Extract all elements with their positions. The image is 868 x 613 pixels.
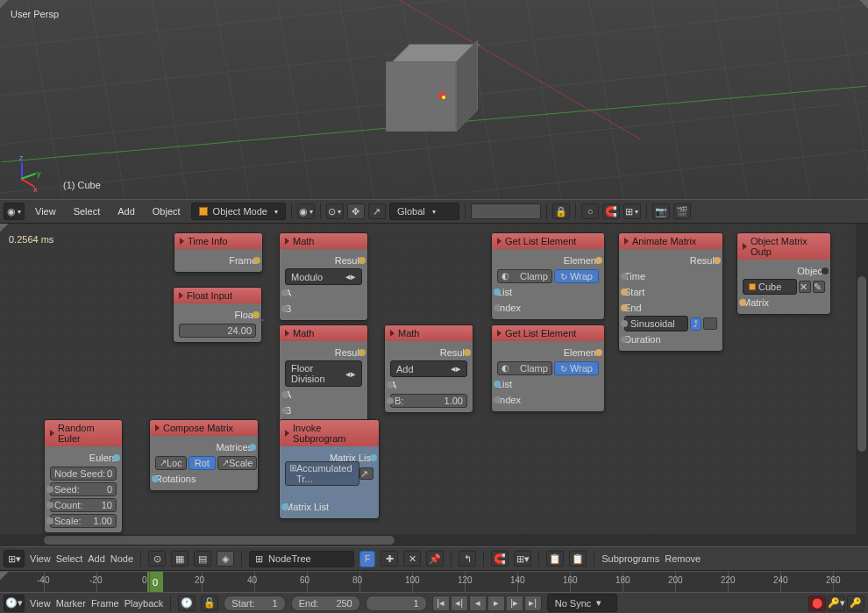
editor-type-selector[interactable]: ⊞▾ bbox=[4, 550, 25, 567]
tree-type-shader[interactable]: ⊙ bbox=[148, 551, 166, 567]
jump-to-end-button[interactable]: ▸| bbox=[524, 595, 542, 611]
editor-type-selector[interactable]: 🕐▾ bbox=[4, 595, 25, 612]
menu-view[interactable]: View bbox=[30, 598, 51, 609]
math-operation-dropdown[interactable]: Modulo◂▸ bbox=[285, 268, 362, 285]
tree-type-compositing[interactable]: ▦ bbox=[171, 551, 189, 567]
node-math-add[interactable]: Math Result Add◂▸ A B:1.00 bbox=[384, 324, 473, 413]
timeline-ruler[interactable]: 0 -40-2002040608010012014016018020022024… bbox=[0, 572, 868, 592]
current-frame-field[interactable]: 1 bbox=[366, 595, 427, 611]
viewport-3d[interactable]: User Persp z y x (1) Cube bbox=[0, 0, 868, 199]
start-frame-field[interactable]: Start:1 bbox=[224, 595, 285, 611]
opengl-render-button[interactable]: 📷 bbox=[652, 203, 670, 219]
jump-to-start-button[interactable]: |◂ bbox=[432, 595, 450, 611]
lock-time-toggle[interactable]: 🔓 bbox=[201, 595, 218, 611]
keyframe-prev-button[interactable]: ◂| bbox=[451, 595, 468, 611]
orientation-dropdown[interactable]: Global▾ bbox=[389, 203, 459, 220]
easing-button[interactable]: ⤴ bbox=[690, 317, 701, 331]
interpolation-dropdown[interactable]: Sinusoidal bbox=[624, 316, 688, 331]
menu-playback[interactable]: Playback bbox=[125, 598, 164, 609]
layers-button[interactable] bbox=[471, 203, 541, 219]
paste-nodes-button[interactable]: 📋 bbox=[569, 551, 587, 567]
node-object-matrix-output[interactable]: Object Matrix Outp Object Cube ✕ ✎ Matri… bbox=[736, 232, 831, 315]
menu-select[interactable]: Select bbox=[67, 203, 108, 219]
play-button[interactable]: ▸ bbox=[487, 595, 505, 611]
wrap-toggle[interactable]: ↻ Wrap bbox=[554, 269, 599, 283]
sync-mode-dropdown[interactable]: No Sync▾ bbox=[547, 594, 617, 612]
node-get-list-element-1[interactable]: Get List Element Element ◐ Clamp ↻ Wrap … bbox=[491, 232, 605, 320]
pin-button[interactable]: 📌 bbox=[426, 551, 444, 567]
rot-toggle[interactable]: Rot bbox=[189, 456, 216, 470]
proportional-edit-dropdown[interactable]: ○ bbox=[581, 203, 599, 219]
menu-add[interactable]: Add bbox=[88, 553, 105, 564]
math-b-field[interactable]: B:1.00 bbox=[390, 394, 467, 408]
opengl-render-anim-button[interactable]: 🎬 bbox=[673, 203, 691, 219]
node-tree-selector[interactable]: ⊞ NodeTree bbox=[249, 551, 354, 567]
math-operation-dropdown[interactable]: Floor Division◂▸ bbox=[285, 360, 362, 387]
cube-mesh[interactable] bbox=[386, 44, 473, 132]
object-field[interactable]: Cube bbox=[743, 279, 797, 295]
wrap-toggle[interactable]: ↻ Wrap bbox=[554, 361, 599, 375]
insert-keyframe-button[interactable]: 🔑 bbox=[847, 595, 864, 611]
node-time-info[interactable]: Time Info Frame bbox=[174, 232, 263, 273]
clamp-toggle[interactable]: ◐ Clamp bbox=[497, 269, 552, 283]
copy-nodes-button[interactable]: 📋 bbox=[546, 551, 564, 567]
node-random-euler[interactable]: Random Euler Eulers Node Seed:0 Seed:0 C… bbox=[44, 419, 123, 533]
lock-camera-button[interactable]: 🔒 bbox=[552, 203, 570, 219]
play-reverse-button[interactable]: ◂ bbox=[469, 595, 487, 611]
edit-subprogram-button[interactable]: ↗ bbox=[359, 467, 374, 480]
manipulator-toggle[interactable]: ✥ bbox=[347, 203, 365, 219]
auto-keyframe-toggle[interactable]: ⬤ bbox=[808, 595, 826, 611]
node-math-floor-division[interactable]: Math Result Floor Division◂▸ A B bbox=[279, 324, 368, 423]
node-editor[interactable]: 0.2564 ms Time Info Frame Float Input Fl… bbox=[0, 224, 868, 546]
scale-field[interactable]: Scale:1.00 bbox=[50, 514, 117, 528]
timeline[interactable]: 0 -40-2002040608010012014016018020022024… bbox=[0, 571, 868, 592]
add-tree-button[interactable]: ✚ bbox=[381, 551, 398, 567]
keyframe-next-button[interactable]: |▸ bbox=[506, 595, 523, 611]
float-value-field[interactable]: 24.00 bbox=[179, 324, 256, 338]
menu-frame[interactable]: Frame bbox=[91, 598, 119, 609]
subprogram-field[interactable]: ⊞ Accumulated Tr... bbox=[285, 461, 359, 486]
use-preview-range-toggle[interactable]: 🕐 bbox=[178, 595, 196, 611]
snap-toggle[interactable]: 🧲 bbox=[491, 551, 509, 567]
mode-dropdown[interactable]: Object Mode▾ bbox=[191, 203, 286, 220]
menu-select[interactable]: Select bbox=[56, 553, 83, 564]
node-math-modulo[interactable]: Math Result Modulo◂▸ A B bbox=[279, 232, 368, 321]
seed-field[interactable]: Seed:0 bbox=[50, 482, 117, 496]
snap-element-dropdown[interactable]: ⊞▾ bbox=[623, 203, 641, 219]
area-corner-grip[interactable] bbox=[0, 224, 11, 234]
scale-toggle[interactable]: ↗ Scale bbox=[217, 456, 258, 470]
menu-add[interactable]: Add bbox=[110, 203, 142, 219]
manipulator-translate[interactable]: ↗ bbox=[368, 203, 386, 219]
subprograms-menu[interactable]: Subprograms bbox=[601, 553, 659, 564]
snap-toggle[interactable]: 🧲 bbox=[602, 203, 620, 219]
vertical-scrollbar[interactable] bbox=[856, 224, 868, 546]
editor-type-selector[interactable]: ◉▾ bbox=[4, 203, 25, 220]
horizontal-scrollbar[interactable] bbox=[0, 534, 856, 546]
remove-menu[interactable]: Remove bbox=[665, 553, 701, 564]
tree-type-texture[interactable]: ▤ bbox=[194, 551, 211, 567]
menu-view[interactable]: View bbox=[28, 203, 63, 219]
tree-type-animation-nodes[interactable]: ◈ bbox=[217, 551, 234, 567]
go-to-parent-button[interactable]: ↰ bbox=[459, 551, 476, 567]
menu-node[interactable]: Node bbox=[110, 553, 133, 564]
eyedropper-button[interactable]: ✎ bbox=[813, 281, 825, 293]
menu-marker[interactable]: Marker bbox=[56, 598, 86, 609]
node-compose-matrix[interactable]: Compose Matrix Matrices ↗ Loc Rot ↗ Scal… bbox=[149, 419, 259, 491]
unlink-tree-button[interactable]: ✕ bbox=[403, 551, 421, 567]
node-get-list-element-2[interactable]: Get List Element Element ◐ Clamp ↻ Wrap … bbox=[491, 324, 605, 412]
clear-object-button[interactable]: ✕ bbox=[799, 281, 811, 293]
fake-user-toggle[interactable]: F bbox=[359, 551, 375, 567]
node-seed-field[interactable]: Node Seed:0 bbox=[50, 467, 117, 481]
snap-element-dropdown[interactable]: ⊞▾ bbox=[514, 551, 531, 567]
clamp-toggle[interactable]: ◐ Clamp bbox=[497, 361, 552, 375]
node-float-input[interactable]: Float Input Float 24.00 bbox=[173, 287, 262, 343]
end-frame-field[interactable]: End:250 bbox=[291, 595, 360, 611]
pivot-dropdown[interactable]: ⊙▾ bbox=[326, 203, 344, 219]
menu-object[interactable]: Object bbox=[146, 203, 188, 219]
node-animate-matrix[interactable]: Animate Matrix Result Time Start End Sin… bbox=[618, 232, 723, 352]
math-operation-dropdown[interactable]: Add◂▸ bbox=[390, 360, 467, 377]
loc-toggle[interactable]: ↗ Loc bbox=[155, 456, 187, 470]
keyframe-button[interactable] bbox=[703, 317, 717, 330]
shading-dropdown[interactable]: ◉▾ bbox=[297, 203, 315, 219]
node-invoke-subprogram[interactable]: Invoke Subprogram Matrix List ⊞ Accumula… bbox=[279, 419, 380, 519]
